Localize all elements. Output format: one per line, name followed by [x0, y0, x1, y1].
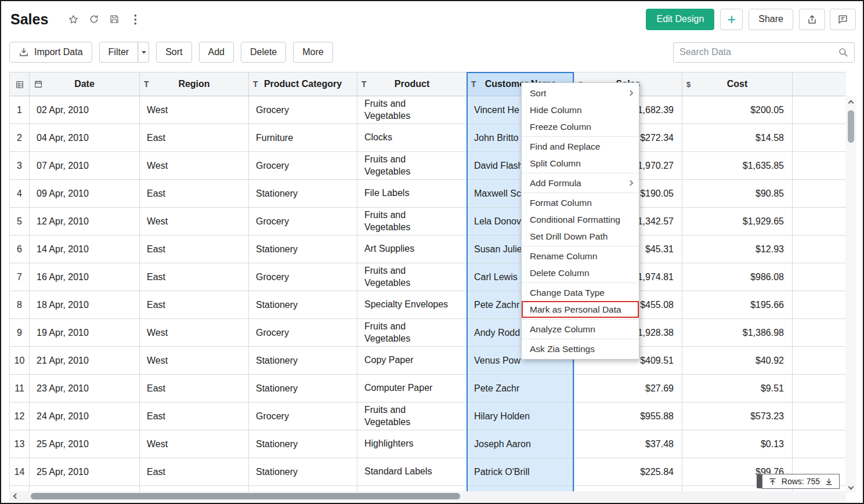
row-number[interactable]: 10 [10, 347, 30, 375]
cell-product[interactable]: Fruits and Vegetables [357, 263, 467, 291]
row-number[interactable]: 13 [10, 430, 30, 458]
cell-region[interactable]: West [140, 430, 249, 458]
cell-product-category[interactable]: Grocery [249, 263, 357, 291]
cell-region[interactable]: East [140, 458, 249, 486]
column-header-date[interactable]: Date [30, 72, 140, 96]
row-number[interactable]: 7 [10, 263, 30, 291]
cell-customer-name[interactable]: Hilary Holden [467, 403, 574, 430]
filter-dropdown-button[interactable] [138, 42, 149, 63]
cell-date[interactable]: 21 Apr, 2010 [30, 347, 140, 375]
vertical-scrollbar-thumb[interactable] [848, 110, 854, 143]
cell-product-category[interactable]: Stationery [249, 291, 357, 319]
cell-product[interactable]: Fruits and Vegetables [357, 403, 467, 430]
cell-cost[interactable]: $90.85 [682, 180, 793, 208]
row-number[interactable]: 4 [10, 180, 30, 208]
column-header-empty[interactable] [793, 72, 847, 96]
cell-product[interactable]: Standard Labels [357, 458, 467, 486]
cell-region[interactable]: West [140, 347, 249, 375]
add-button[interactable]: Add [199, 42, 234, 63]
menu-item-set-drill-down-path[interactable]: Set Drill Down Path [522, 228, 639, 245]
row-number[interactable]: 5 [10, 208, 30, 235]
cell-product-category[interactable]: Grocery [249, 96, 357, 124]
cell-product-category[interactable]: Stationery [249, 235, 357, 263]
cell-product[interactable]: Clocks [357, 124, 467, 152]
menu-item-hide-column[interactable]: Hide Column [522, 101, 639, 118]
cell-cost[interactable]: $1,929.65 [682, 208, 793, 235]
cell-product-category[interactable]: Grocery [249, 152, 357, 180]
cell-empty[interactable] [793, 235, 847, 263]
filter-button[interactable]: Filter [99, 42, 139, 63]
cell-date[interactable]: 25 Apr, 2010 [30, 458, 140, 486]
cell-product-category[interactable]: Grocery [249, 403, 357, 430]
cell-sales[interactable]: $37.48 [574, 430, 682, 458]
row-number[interactable]: 2 [10, 124, 30, 152]
cell-customer-name[interactable]: Joseph Aaron [467, 430, 574, 458]
cell-region[interactable]: East [140, 180, 249, 208]
column-header-cost[interactable]: Cost [682, 72, 793, 96]
cell-date[interactable]: 04 Apr, 2010 [30, 124, 140, 152]
cell-product[interactable]: Computer Paper [357, 375, 467, 403]
comment-icon[interactable] [830, 9, 856, 30]
cell-product[interactable]: Fruits and Vegetables [357, 319, 467, 347]
scroll-to-bottom-icon[interactable] [825, 477, 833, 486]
cell-empty[interactable] [793, 403, 847, 430]
cell-region[interactable]: East [140, 235, 249, 263]
cell-cost[interactable]: $195.66 [682, 291, 793, 319]
cell-product[interactable]: Fruits and Vegetables [357, 208, 467, 235]
kebab-menu-icon[interactable] [129, 12, 141, 26]
refresh-icon[interactable] [89, 14, 99, 24]
cell-product[interactable]: Art Supplies [357, 235, 467, 263]
cell-cost[interactable]: $986.08 [682, 263, 793, 291]
cell-sales[interactable]: $955.88 [574, 403, 682, 430]
horizontal-scrollbar[interactable] [9, 491, 846, 501]
cell-region[interactable]: East [140, 375, 249, 403]
menu-item-change-data-type[interactable]: Change Data Type [522, 284, 639, 301]
cell-cost[interactable]: $40.92 [682, 347, 793, 375]
menu-item-rename-column[interactable]: Rename Column [522, 248, 639, 264]
cell-customer-name[interactable]: Patrick O'Brill [467, 458, 574, 486]
menu-item-freeze-column[interactable]: Freeze Column [522, 118, 639, 135]
cell-sales[interactable]: $225.84 [574, 458, 682, 486]
cell-date[interactable]: 16 Apr, 2010 [30, 263, 140, 291]
menu-item-add-formula[interactable]: Add Formula [522, 175, 639, 191]
cell-date[interactable]: 25 Apr, 2010 [30, 430, 140, 458]
cell-region[interactable]: West [140, 96, 249, 124]
cell-date[interactable]: 09 Apr, 2010 [30, 180, 140, 208]
cell-product-category[interactable]: Stationery [249, 180, 357, 208]
scroll-left-button[interactable] [9, 491, 20, 502]
cell-region[interactable]: West [140, 319, 249, 347]
cell-cost[interactable]: $0.13 [682, 430, 793, 458]
cell-date[interactable]: 14 Apr, 2010 [30, 235, 140, 263]
cell-empty[interactable] [793, 124, 847, 152]
cell-empty[interactable] [793, 208, 847, 235]
menu-item-format-column[interactable]: Format Column [522, 194, 639, 211]
column-header-product[interactable]: Product [357, 72, 467, 96]
cell-product[interactable]: Fruits and Vegetables [357, 96, 467, 124]
plus-icon[interactable] [720, 9, 743, 30]
cell-cost[interactable]: $14.58 [682, 124, 793, 152]
row-number[interactable]: 3 [10, 152, 30, 180]
cell-product[interactable]: File Labels [357, 180, 467, 208]
cell-cost[interactable]: $1,386.98 [682, 319, 793, 347]
cell-empty[interactable] [793, 263, 847, 291]
import-data-button[interactable]: Import Data [9, 42, 92, 63]
search-input[interactable] [679, 47, 838, 57]
row-number[interactable]: 11 [10, 375, 30, 403]
cell-empty[interactable] [793, 96, 847, 124]
cell-cost[interactable]: $200.05 [682, 96, 793, 124]
export-icon[interactable] [799, 9, 825, 30]
row-number[interactable]: 12 [10, 403, 30, 430]
cell-date[interactable]: 07 Apr, 2010 [30, 152, 140, 180]
scroll-down-button[interactable] [845, 482, 856, 493]
cell-product-category[interactable]: Stationery [249, 458, 357, 486]
rows-widget-handle[interactable] [757, 474, 762, 488]
cell-product-category[interactable]: Grocery [249, 319, 357, 347]
column-header-row-number[interactable] [10, 72, 30, 96]
share-button[interactable]: Share [749, 9, 793, 30]
column-header-product-category[interactable]: Product Category [249, 72, 357, 96]
menu-item-ask-zia-settings[interactable]: Ask Zia Settings [522, 340, 639, 357]
vertical-scrollbar[interactable] [845, 96, 856, 493]
cell-date[interactable]: 23 Apr, 2010 [30, 375, 140, 403]
cell-product-category[interactable]: Stationery [249, 375, 357, 403]
cell-empty[interactable] [793, 347, 847, 375]
